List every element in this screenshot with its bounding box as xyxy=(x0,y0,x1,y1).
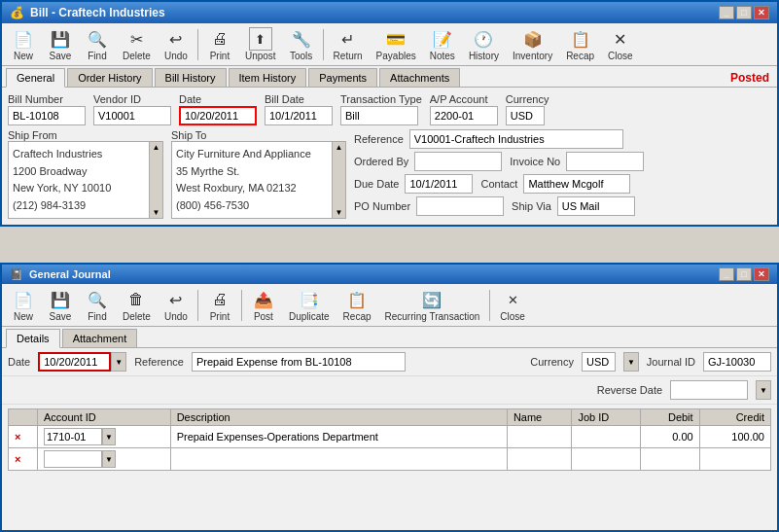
gj-close-btn[interactable]: ✕ xyxy=(754,267,769,281)
save-icon: 💾 xyxy=(49,27,72,51)
gj-delete-btn[interactable]: 🗑 Delete xyxy=(117,286,157,324)
bill-content: Bill Number Vendor ID Date Bill Date Tra… xyxy=(2,88,777,225)
gj-find-btn[interactable]: 🔍 Find xyxy=(80,286,115,324)
gj-post-btn[interactable]: 📤 Post xyxy=(246,286,281,324)
gj-new-btn[interactable]: 📄 New xyxy=(6,286,41,324)
gj-tab-details[interactable]: Details xyxy=(6,329,60,348)
gj-undo-btn[interactable]: ↩ Undo xyxy=(159,286,194,324)
gj-save-btn[interactable]: 💾 Save xyxy=(43,286,78,324)
bill-close-btn[interactable]: ✕ xyxy=(754,6,769,19)
po-via-row: PO Number Ship Via xyxy=(354,196,771,219)
gj-currency-input[interactable] xyxy=(582,352,616,372)
contact-input[interactable] xyxy=(523,174,630,194)
bill-inventory-btn[interactable]: 📦 Inventory xyxy=(507,25,558,63)
bill-recap-btn[interactable]: 📋 Recap xyxy=(560,25,600,63)
ship-to-scroll-up[interactable]: ▲ xyxy=(333,142,345,153)
bill-find-btn[interactable]: 🔍 Find xyxy=(80,25,115,63)
tab-payments[interactable]: Payments xyxy=(308,68,377,87)
bill-payables-btn[interactable]: 💳 Payables xyxy=(371,25,422,63)
tab-bill-history[interactable]: Bill History xyxy=(155,68,227,87)
bill-history-btn[interactable]: 🕐 History xyxy=(463,25,505,63)
tab-general[interactable]: General xyxy=(6,68,65,88)
bill-date-input[interactable] xyxy=(265,106,333,125)
bill-new-label: New xyxy=(14,51,33,61)
row1-account-dropdown[interactable]: ▼ xyxy=(102,428,116,445)
gj-title-text: General Journal xyxy=(29,268,111,280)
bill-new-btn[interactable]: 📄 New xyxy=(6,25,41,63)
vendor-id-input[interactable] xyxy=(93,106,171,125)
row2-account-dropdown[interactable]: ▼ xyxy=(102,450,116,468)
row2-job-id xyxy=(572,448,640,471)
currency-input[interactable] xyxy=(506,106,545,125)
date-group: Date xyxy=(179,93,257,125)
notes-icon: 📝 xyxy=(431,27,454,51)
date-input[interactable] xyxy=(179,106,257,125)
ap-account-input[interactable] xyxy=(430,106,498,125)
gj-maximize-btn[interactable]: □ xyxy=(736,267,752,281)
gj-delete-label: Delete xyxy=(123,311,151,322)
bill-save-btn[interactable]: 💾 Save xyxy=(43,25,78,63)
th-credit: Credit xyxy=(699,409,770,426)
gj-tab-attachment[interactable]: Attachment xyxy=(62,329,138,347)
gj-minimize-btn[interactable]: _ xyxy=(719,267,734,281)
th-description: Description xyxy=(170,409,507,426)
ship-from-scrollbar: ▲ ▼ xyxy=(149,142,162,218)
gj-date-input[interactable] xyxy=(38,352,111,372)
row1-account-id-input[interactable] xyxy=(44,428,102,445)
gj-reverse-date-dropdown[interactable]: ▼ xyxy=(756,380,771,400)
bill-delete-btn[interactable]: ✂ Delete xyxy=(117,25,157,63)
bill-form-row1: Bill Number Vendor ID Date Bill Date Tra… xyxy=(8,93,771,125)
ship-to-scroll-down[interactable]: ▼ xyxy=(333,207,345,218)
bill-minimize-btn[interactable]: _ xyxy=(719,6,734,19)
gj-close-toolbar-btn[interactable]: ✕ Close xyxy=(494,286,531,324)
ordered-by-input[interactable] xyxy=(414,152,502,171)
gj-date-dropdown[interactable]: ▼ xyxy=(111,352,126,372)
transaction-type-label: Transaction Type xyxy=(340,93,422,105)
reference-input[interactable] xyxy=(409,129,623,149)
undo-icon: ↩ xyxy=(164,27,188,51)
bill-close-toolbar-btn[interactable]: ✕ Close xyxy=(602,25,639,63)
gj-print-btn[interactable]: 🖨 Print xyxy=(202,286,237,324)
row2-delete-btn[interactable]: × xyxy=(15,453,20,465)
gj-recurring-btn[interactable]: 🔄 Recurring Transaction xyxy=(379,286,486,324)
gj-reverse-date-row: Reverse Date ▼ xyxy=(2,376,777,405)
gj-recap-btn[interactable]: 📋 Recap xyxy=(337,286,377,324)
bill-return-btn[interactable]: ↵ Return xyxy=(328,25,369,63)
gj-journal-id-input[interactable] xyxy=(703,352,771,372)
bill-number-label: Bill Number xyxy=(8,93,86,105)
gj-reverse-date-input[interactable] xyxy=(670,380,748,400)
tools-icon: 🔧 xyxy=(290,27,313,51)
ship-to-line2: 35 Myrthe St. xyxy=(176,163,341,181)
transaction-type-input[interactable] xyxy=(340,106,418,125)
gj-duplicate-btn[interactable]: 📑 Duplicate xyxy=(283,286,336,324)
row2-account-id-input[interactable] xyxy=(44,450,102,468)
po-number-input[interactable] xyxy=(416,196,504,216)
due-date-input[interactable] xyxy=(405,174,473,194)
th-marker xyxy=(9,409,38,426)
bill-tools-btn[interactable]: 🔧 Tools xyxy=(284,25,319,63)
invoice-no-input[interactable] xyxy=(566,152,644,171)
bill-notes-btn[interactable]: 📝 Notes xyxy=(424,25,461,63)
close-icon: ✕ xyxy=(609,27,632,51)
bill-undo-btn[interactable]: ↩ Undo xyxy=(159,25,194,63)
bill-maximize-btn[interactable]: □ xyxy=(736,6,752,19)
tab-item-history[interactable]: Item History xyxy=(229,68,307,87)
row1-delete-btn[interactable]: × xyxy=(15,431,20,443)
gj-reference-input[interactable] xyxy=(192,352,406,372)
bill-recap-label: Recap xyxy=(566,51,594,61)
gj-currency-dropdown[interactable]: ▼ xyxy=(623,352,639,372)
ship-from-scroll-down[interactable]: ▼ xyxy=(150,207,162,218)
bill-number-input[interactable] xyxy=(8,106,86,125)
row1-account-id: ▼ xyxy=(38,426,171,448)
ship-from-scroll-up[interactable]: ▲ xyxy=(150,142,162,153)
gj-close-label: Close xyxy=(500,311,525,322)
ship-via-input[interactable] xyxy=(557,196,635,216)
po-number-label: PO Number xyxy=(354,200,410,212)
tab-attachments[interactable]: Attachments xyxy=(379,68,460,87)
bill-unpost-btn[interactable]: ⬆ Unpost xyxy=(239,25,282,63)
ship-from-group: Ship From Craftech Industries 1200 Broad… xyxy=(8,129,163,219)
due-contact-row: Due Date Contact xyxy=(354,174,771,196)
tab-order-history[interactable]: Order History xyxy=(67,68,152,87)
row1-debit: 0.00 xyxy=(640,426,699,448)
bill-print-btn[interactable]: 🖨 Print xyxy=(202,25,237,63)
